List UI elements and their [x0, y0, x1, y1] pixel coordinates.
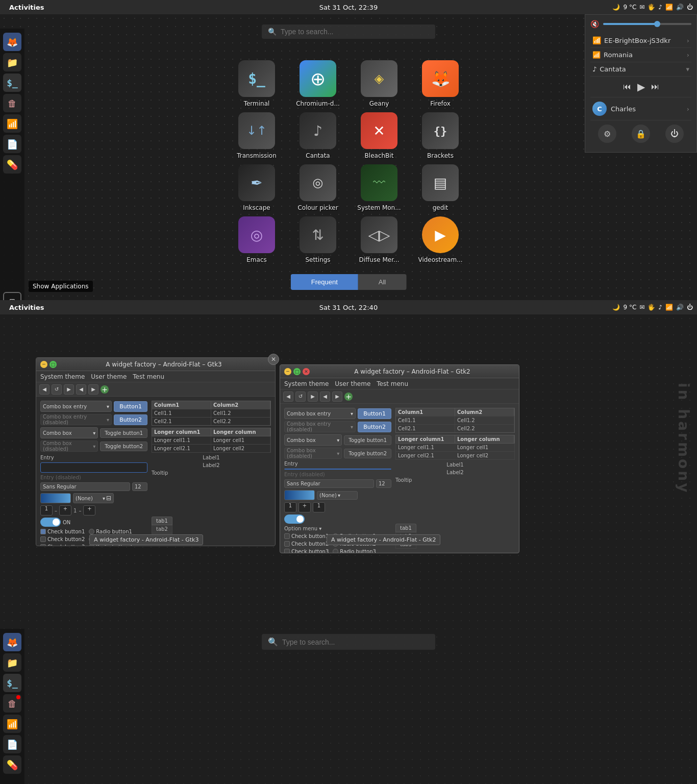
app-gedit[interactable]: ▤ gedit [412, 164, 468, 211]
gtk2-check2[interactable]: Check button2 [284, 541, 329, 547]
menu-system-theme[interactable]: System theme [40, 373, 85, 380]
toolbar-forward2-icon[interactable]: ▶ [88, 384, 98, 395]
system-icon[interactable]: 🖐 [648, 4, 655, 11]
menu-user-theme[interactable]: User theme [91, 373, 127, 380]
network-icon[interactable]: 📶 [665, 4, 673, 11]
app-videostream[interactable]: ▶ Videostream... [412, 216, 468, 263]
gtk2-maximize-button[interactable]: □ [293, 368, 301, 375]
dock-item-firefox[interactable]: 🦊 [3, 33, 21, 51]
tab-frequent[interactable]: Frequent [291, 274, 358, 290]
button2[interactable]: Button2 [114, 414, 147, 425]
gtk2-minimize-button[interactable]: ─ [284, 368, 291, 375]
dock-wifi-b[interactable]: 📶 [3, 715, 21, 733]
gtk2-spin2[interactable]: + [298, 502, 311, 512]
settings-sys-button[interactable]: ⚙ [598, 125, 616, 143]
dock-firefox-b[interactable]: 🦊 [3, 633, 21, 651]
color-swatch[interactable] [40, 493, 71, 503]
power-icon[interactable]: ⏻ [687, 4, 693, 11]
font-name-field[interactable]: Sans Regular [40, 482, 130, 491]
gtk2-entry[interactable] [284, 469, 391, 470]
gtk2-button1[interactable]: Button1 [358, 408, 391, 419]
gtk2-button2[interactable]: Button2 [358, 422, 391, 432]
rtab1-1[interactable]: tab1 [152, 517, 172, 525]
toolbar-refresh-icon[interactable]: ↺ [52, 384, 62, 395]
table-row-1[interactable]: Cell1.1 Cell1.2 [152, 409, 270, 417]
none-combo[interactable]: (None)▾ ⊟ [73, 493, 114, 503]
dock-item-terminal[interactable]: $_ [3, 74, 21, 92]
gtk2-font-size[interactable]: 12 [376, 479, 391, 488]
lock-button[interactable]: 🔒 [632, 125, 650, 143]
network-icon-bottom[interactable]: 📶 [665, 304, 673, 311]
gtk2-forward-icon[interactable]: ▶ [308, 391, 318, 402]
check-button1[interactable]: Check button1 [40, 529, 85, 534]
gtk2-back2-icon[interactable]: ◀ [320, 391, 330, 402]
minimize-button[interactable]: ─ [40, 361, 47, 368]
gtk2-toggle-2[interactable]: Toggle button2 [344, 449, 391, 458]
check-button2[interactable]: Check button2 [40, 536, 85, 542]
maximize-button[interactable]: □ [49, 361, 57, 368]
app-settings[interactable]: ⇅ Settings [290, 216, 346, 263]
app-transmission[interactable]: ↓↑ Transmission [229, 112, 285, 159]
user-item[interactable]: C Charles › [590, 97, 691, 120]
mail-icon-2[interactable]: ✉ [639, 304, 644, 311]
app-inkscape[interactable]: ✒ Inkscape [229, 164, 285, 211]
gtk2-new-button[interactable]: + [344, 393, 353, 401]
gtk2-check3[interactable]: Check button3 [284, 549, 329, 553]
app-brackets[interactable]: {} Brackets [412, 112, 468, 159]
on-toggle[interactable] [40, 518, 61, 527]
app-cantata[interactable]: ♪ Cantata [290, 112, 346, 159]
toggle-button1[interactable]: Toggle button1 [100, 428, 147, 438]
activities-button[interactable]: Activities [4, 4, 49, 11]
combo-box-entry[interactable]: Combo box entry▾ [40, 401, 112, 412]
dock-item-wifi[interactable]: 📶 [3, 114, 21, 133]
power-sys-button[interactable]: ⏻ [665, 125, 684, 143]
play-button[interactable]: ▶ [637, 81, 645, 93]
app-chromium[interactable]: ⊕ Chromium-d... [290, 60, 346, 107]
toggle-button2[interactable]: Toggle button2 [100, 442, 147, 451]
app-emacs[interactable]: ◎ Emacs [229, 216, 285, 263]
dock-trash-b[interactable]: 🗑 [3, 694, 21, 713]
app-firefox[interactable]: 🦊 Firefox [412, 60, 468, 107]
gtk2-forward2-icon[interactable]: ▶ [332, 391, 342, 402]
gtk2-menu-test[interactable]: Test menu [377, 380, 408, 387]
network-item-wifi[interactable]: 📶 EE-BrightBox-jS3dkr › [590, 33, 691, 48]
gtk2-font-name[interactable]: Sans Regular [284, 479, 374, 488]
gtk2-close-button[interactable]: ✕ [303, 368, 310, 375]
entry-field[interactable] [40, 462, 147, 473]
dock-terminal-b[interactable]: $_ [3, 674, 21, 692]
gtk2-combo-1[interactable]: Combo box entry▾ [284, 408, 356, 419]
gtk2-radio3[interactable]: Radio button3 [333, 549, 376, 553]
search-input[interactable] [281, 28, 429, 36]
menu-test-menu[interactable]: Test menu [133, 373, 164, 380]
gtk2-tr-1[interactable]: Cell1.1 Cell1.2 [396, 416, 514, 424]
network-item-romania[interactable]: 📶 Romania › [590, 48, 691, 62]
gtk2-color-swatch[interactable] [284, 490, 315, 500]
music-icon[interactable]: ♪ [658, 4, 662, 11]
gtk2-toggle-1[interactable]: Toggle button1 [344, 435, 391, 445]
spinner-1[interactable]: 1 [40, 505, 53, 516]
gtk2-spin3[interactable]: 1 [313, 502, 325, 512]
gtk2-refresh-icon[interactable]: ↺ [295, 391, 306, 402]
font-size-field[interactable]: 12 [132, 482, 147, 491]
close-circle-button[interactable]: ✕ [268, 354, 279, 365]
app-sysmon[interactable]: 〰 System Mon... [351, 164, 407, 211]
gtk2-back-icon[interactable]: ◀ [283, 391, 293, 402]
table-row-2[interactable]: Cell2.1 Cell2.2 [152, 417, 270, 425]
gtk2-menu-system[interactable]: System theme [284, 380, 329, 387]
longer-row-1[interactable]: Longer cell1.1 Longer cell1 [152, 436, 271, 445]
gtk2-lrow-2[interactable]: Longer cell2.1 Longer cell2 [395, 452, 515, 460]
system-icon-2[interactable]: 🖐 [648, 304, 655, 311]
spinner-2[interactable]: + [59, 505, 71, 516]
gtk2-menu-user[interactable]: User theme [335, 380, 370, 387]
toolbar-back2-icon[interactable]: ◀ [76, 384, 86, 395]
tab-all[interactable]: All [358, 274, 406, 290]
button1[interactable]: Button1 [114, 401, 147, 412]
prev-button[interactable]: ⏮ [623, 82, 631, 91]
search-bar[interactable]: 🔍 [262, 24, 435, 39]
gtk2-lrow-1[interactable]: Longer cell1.1 Longer cell1 [395, 444, 515, 452]
toolbar-new-button[interactable]: + [101, 385, 109, 394]
dock-item-app[interactable]: 💊 [3, 155, 21, 174]
app-geany[interactable]: ◈ Geany [351, 60, 407, 107]
dock-item-files[interactable]: 📁 [3, 53, 21, 71]
gtk2-on-toggle[interactable] [284, 514, 305, 524]
